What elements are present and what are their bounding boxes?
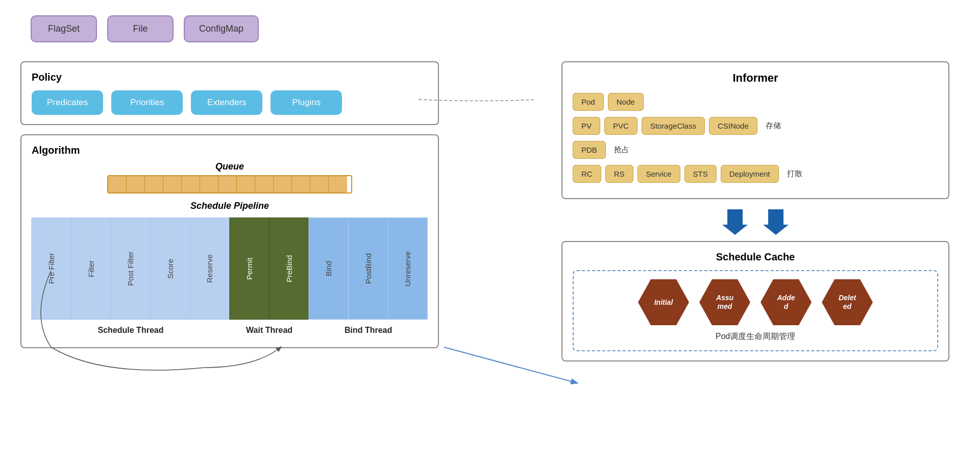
top-boxes: FlagSet File ConfigMap <box>31 15 960 42</box>
arrow-down-1 <box>722 209 748 235</box>
arrow-down-2 <box>763 209 789 235</box>
queue-cell <box>127 176 145 192</box>
preempt-label: 抢占 <box>614 145 629 155</box>
plugins-box: Plugins <box>271 90 342 115</box>
informer-row-1: Pod Node <box>573 93 938 111</box>
node-box: Node <box>608 93 644 111</box>
predicates-box: Predicates <box>32 90 103 115</box>
queue-cell <box>108 176 127 192</box>
storage-label: 存储 <box>766 121 781 131</box>
svg-marker-1 <box>763 209 789 235</box>
stage-post-filter: Post Filter <box>111 218 151 320</box>
queue-cells <box>107 175 352 194</box>
stage-prebind: PreBind <box>270 218 309 320</box>
algorithm-box: Algorithm Queue <box>20 134 439 348</box>
informer-row-3: PDB 抢占 <box>573 141 938 159</box>
policy-items: Predicates Priorities Extenders Plugins <box>32 90 428 115</box>
deployment-box: Deployment <box>721 165 779 183</box>
service-box: Service <box>638 165 680 183</box>
scatter-label: 打散 <box>787 169 802 179</box>
stage-unreserve: Unreserve <box>388 218 428 320</box>
wait-thread-label: Wait Thread <box>246 326 292 334</box>
cache-title: Schedule Cache <box>573 251 938 263</box>
queue-cell <box>274 176 292 192</box>
state-deleted: Deleted <box>822 279 873 325</box>
stage-postbind: PostBind <box>349 218 388 320</box>
stage-permit: Permit <box>230 218 270 320</box>
queue-cell <box>237 176 255 192</box>
informer-row-2: PV PVC StorageClass CSINode 存储 <box>573 117 938 135</box>
stage-bind: Bind <box>309 218 349 320</box>
stage-filter: Filter <box>71 218 111 320</box>
queue-cell <box>182 176 200 192</box>
queue-cell <box>292 176 310 192</box>
schedule-cache-box: Schedule Cache Initial Assumed Added Del… <box>561 241 949 361</box>
queue-cell <box>218 176 237 192</box>
svg-marker-0 <box>722 209 748 235</box>
rc-box: RC <box>573 165 601 183</box>
main-container: FlagSet File ConfigMap Policy Predicates… <box>0 0 980 459</box>
state-assumed: Assumed <box>699 279 750 325</box>
queue-cell <box>255 176 274 192</box>
rs-box: RS <box>605 165 633 183</box>
queue-bar <box>32 175 428 194</box>
policy-box: Policy Predicates Priorities Extenders P… <box>20 61 439 125</box>
storageclass-box: StorageClass <box>642 117 705 135</box>
stage-score: Score <box>151 218 190 320</box>
algorithm-title: Algorithm <box>32 144 428 156</box>
cache-inner: Initial Assumed Added Deleted Pod调度生命周期管… <box>573 270 938 351</box>
file-box: File <box>107 15 174 42</box>
left-section: Policy Predicates Priorities Extenders P… <box>20 61 439 348</box>
queue-cell <box>200 176 218 192</box>
thread-labels: Schedule Thread Wait Thread Bind Thread <box>32 326 428 335</box>
queue-cell-last <box>329 176 347 192</box>
queue-cell <box>145 176 163 192</box>
priorities-box: Priorities <box>111 90 183 115</box>
queue-cell <box>310 176 329 192</box>
queue-cell <box>163 176 182 192</box>
bind-thread-label: Bind Thread <box>345 326 392 334</box>
configmap-box: ConfigMap <box>184 15 259 42</box>
state-added: Added <box>761 279 812 325</box>
cache-subtitle: Pod调度生命周期管理 <box>716 331 795 342</box>
right-section: Informer Pod Node PV PVC StorageClass CS… <box>561 61 949 361</box>
state-initial: Initial <box>638 279 689 325</box>
schedule-thread-label: Schedule Thread <box>98 326 164 334</box>
pvc-box: PVC <box>604 117 638 135</box>
informer-box: Informer Pod Node PV PVC StorageClass CS… <box>561 61 949 199</box>
stage-reserve: Reserve <box>190 218 230 320</box>
hexagons-row: Initial Assumed Added Deleted <box>638 279 873 325</box>
pdb-box: PDB <box>573 141 606 159</box>
extenders-box: Extenders <box>191 90 262 115</box>
sts-box: STS <box>684 165 717 183</box>
csinode-box: CSINode <box>709 117 757 135</box>
informer-row-4: RC RS Service STS Deployment 打散 <box>573 165 938 183</box>
pv-box: PV <box>573 117 600 135</box>
flagset-box: FlagSet <box>31 15 97 42</box>
pipeline-container: Pre Filter Filter Post Filter Score Rese… <box>32 218 428 320</box>
arrows-container <box>561 209 949 235</box>
pipeline-label: Schedule Pipeline <box>32 201 428 211</box>
queue-label: Queue <box>32 161 428 172</box>
pod-box: Pod <box>573 93 604 111</box>
informer-title: Informer <box>573 71 938 85</box>
policy-title: Policy <box>32 71 428 83</box>
stage-pre-filter: Pre Filter <box>32 218 71 320</box>
